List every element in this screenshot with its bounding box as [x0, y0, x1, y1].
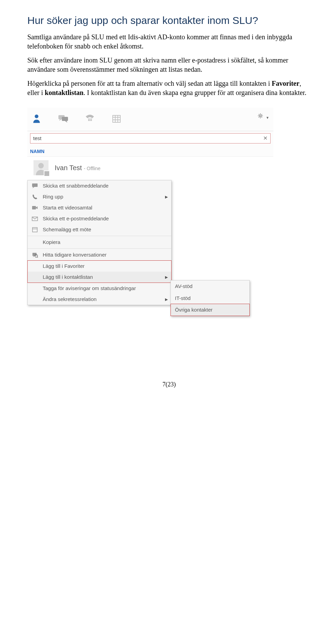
contacts-tab-icon[interactable] [31, 113, 42, 124]
svg-rect-7 [90, 120, 91, 121]
menu-label: Lägg till i kontaktlistan [43, 274, 93, 280]
highlighted-add-group: Lägg till i Favoriter Lägg till i kontak… [27, 260, 172, 283]
p3-a: Högerklicka på personen för att ta fram … [27, 80, 272, 87]
svg-line-32 [37, 257, 38, 258]
menu-label: Skicka ett snabbmeddelande [43, 182, 109, 189]
menu-send-email[interactable]: Skicka ett e-postmeddelande [28, 213, 171, 224]
lync-screenshot: ▼ ✕ NAMN Ivan Test - Offline Skicka ett … [27, 108, 273, 305]
svg-rect-9 [113, 115, 120, 122]
chat-icon [31, 182, 39, 189]
page-number: 7(23) [27, 380, 311, 388]
result-name: Ivan Test [55, 164, 82, 172]
svg-point-0 [35, 114, 39, 118]
svg-point-14 [259, 115, 261, 117]
svg-line-20 [261, 117, 262, 118]
menu-tag-status[interactable]: Tagga för aviseringar om statusändringar [28, 283, 171, 294]
add-contact-submenu: AV-stöd IT-stöd Övriga kontakter [170, 280, 250, 316]
svg-rect-3 [88, 119, 89, 120]
video-icon [31, 204, 39, 211]
svg-point-24 [38, 163, 44, 168]
svg-rect-4 [90, 119, 91, 120]
submenu-arrow-icon: ▶ [165, 297, 168, 302]
context-menu: Skicka ett snabbmeddelande Ring upp ▶ St… [27, 180, 172, 305]
svg-rect-2 [62, 117, 68, 121]
blank-icon [31, 274, 39, 280]
menu-label: Hitta tidigare konversationer [43, 251, 107, 258]
menu-video-call[interactable]: Starta ett videosamtal [28, 202, 171, 213]
chevron-down-icon: ▼ [266, 116, 269, 120]
phone-icon [31, 193, 39, 200]
svg-line-19 [259, 114, 259, 115]
svg-rect-26 [32, 206, 36, 209]
p3-b: Favoriter [272, 80, 299, 87]
menu-privacy-relation[interactable]: Ändra sekretessrelation ▶ [28, 294, 171, 305]
blank-icon [31, 296, 39, 303]
menu-label: Lägg till i Favoriter [43, 263, 85, 270]
svg-rect-25 [32, 183, 38, 187]
conversations-tab-icon[interactable] [58, 113, 68, 124]
presence-indicator [44, 170, 50, 177]
menu-label: Tagga för aviseringar om statusändringar [43, 285, 136, 292]
submenu-arrow-icon: ▶ [165, 194, 168, 200]
menu-label: Kopiera [43, 239, 60, 246]
paragraph-2: Sök efter användare inom SLU genom att s… [27, 56, 311, 74]
results-heading: NAMN [27, 146, 273, 157]
menu-copy[interactable]: Kopiera [28, 237, 171, 248]
mail-icon [31, 215, 39, 222]
submenu-item[interactable]: AV-stöd [171, 280, 249, 292]
main-toolbar: ▼ [27, 108, 273, 131]
menu-label: Schemalägg ett möte [43, 226, 91, 233]
svg-rect-6 [88, 120, 89, 121]
menu-send-im[interactable]: Skicka ett snabbmeddelande [28, 180, 171, 191]
search-result-row[interactable]: Ivan Test - Offline [27, 156, 273, 180]
svg-rect-5 [91, 119, 92, 120]
menu-label: Skicka ett e-postmeddelande [43, 215, 109, 222]
separator [28, 236, 171, 236]
options-gear-icon[interactable]: ▼ [258, 113, 269, 121]
menu-add-contactlist[interactable]: Lägg till i kontaktlistan ▶ [28, 272, 171, 283]
search-field[interactable]: ✕ [30, 133, 271, 143]
avatar-icon [33, 160, 49, 175]
phone-tab-icon[interactable] [85, 113, 95, 124]
menu-schedule-meeting[interactable]: Schemalägg ett möte [28, 224, 171, 235]
paragraph-3: Högerklicka på personen för att ta fram … [27, 79, 311, 97]
menu-label: Ändra sekretessrelation [43, 296, 97, 303]
page-heading: Hur söker jag upp och sparar kontakter i… [27, 14, 311, 28]
calendar-icon [31, 226, 39, 233]
svg-line-21 [259, 117, 259, 118]
calendar-tab-icon[interactable] [111, 113, 122, 124]
submenu-item[interactable]: IT-stöd [171, 292, 249, 304]
svg-line-22 [261, 114, 262, 115]
blank-icon [31, 285, 39, 292]
search-bar-wrap: ✕ [27, 131, 273, 146]
svg-rect-8 [91, 120, 92, 121]
menu-call[interactable]: Ring upp ▶ [28, 191, 171, 202]
blank-icon [31, 239, 39, 246]
menu-label: Starta ett videosamtal [43, 204, 92, 211]
menu-add-favorites[interactable]: Lägg till i Favoriter [28, 261, 171, 272]
result-status: - Offline [84, 166, 100, 171]
p3-d: kontaktlistan [45, 89, 83, 96]
blank-icon [31, 263, 39, 270]
menu-find-conversations[interactable]: Hitta tidigare konversationer [28, 249, 171, 260]
clear-search-icon[interactable]: ✕ [262, 135, 268, 142]
p3-e: . I kontaktlistan kan du även skapa egna… [83, 89, 306, 96]
submenu-arrow-icon: ▶ [165, 275, 168, 280]
svg-rect-28 [32, 228, 37, 232]
paragraph-1: Samtliga användare på SLU med ett Idis-a… [27, 32, 311, 51]
separator [28, 248, 171, 249]
history-icon [31, 251, 39, 258]
submenu-item-highlighted[interactable]: Övriga kontakter [170, 304, 250, 316]
search-input[interactable] [32, 135, 262, 141]
menu-label: Ring upp [43, 193, 63, 200]
